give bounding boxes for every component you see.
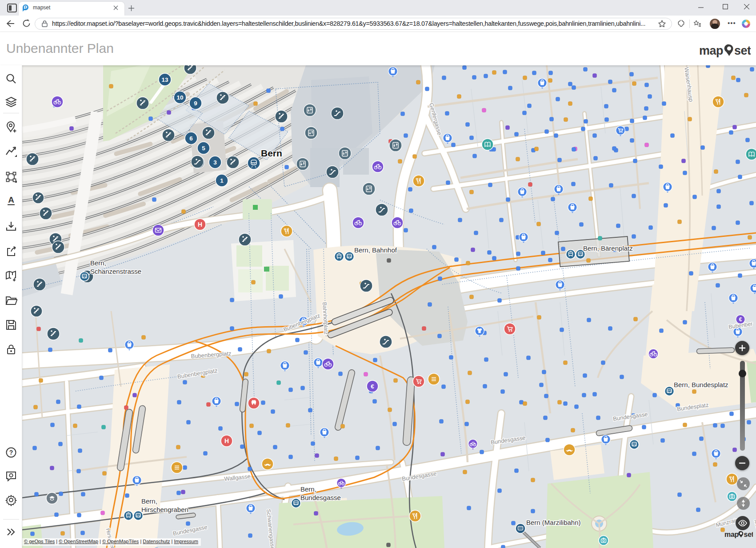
svg-text:Bern,: Bern, xyxy=(90,259,106,267)
svg-text:set: set xyxy=(744,531,753,538)
svg-text:5: 5 xyxy=(202,145,205,152)
svg-text:Bern, Bärenplatz: Bern, Bärenplatz xyxy=(583,244,633,252)
svg-text:Bern,: Bern, xyxy=(300,485,316,493)
svg-text:map: map xyxy=(699,44,723,57)
svg-text:Hirschengraben: Hirschengraben xyxy=(141,506,188,513)
svg-text:13: 13 xyxy=(161,76,168,83)
svg-text:?: ? xyxy=(9,449,13,456)
svg-text:Bern,: Bern, xyxy=(141,497,157,505)
svg-text:Bern (Marzilibahn): Bern (Marzilibahn) xyxy=(526,519,581,526)
svg-text:€: € xyxy=(371,383,374,390)
svg-text:3: 3 xyxy=(213,159,217,166)
svg-text:A: A xyxy=(8,195,14,204)
svg-text:Bundesgasse: Bundesgasse xyxy=(300,494,341,501)
svg-text:set: set xyxy=(734,44,751,57)
svg-text:6: 6 xyxy=(189,135,193,142)
svg-text:map: map xyxy=(724,531,739,538)
svg-text:H: H xyxy=(224,437,229,444)
svg-text:H: H xyxy=(198,221,202,228)
svg-text:10: 10 xyxy=(176,94,183,101)
svg-text:9: 9 xyxy=(194,100,197,107)
svg-text:Bern, Bahnhof: Bern, Bahnhof xyxy=(354,246,397,254)
svg-text:1: 1 xyxy=(220,177,224,184)
svg-text:Schanzenstrasse: Schanzenstrasse xyxy=(90,268,141,275)
svg-text:Bern: Bern xyxy=(261,148,282,158)
svg-text:Bern, Bundesplatz: Bern, Bundesplatz xyxy=(674,381,728,388)
